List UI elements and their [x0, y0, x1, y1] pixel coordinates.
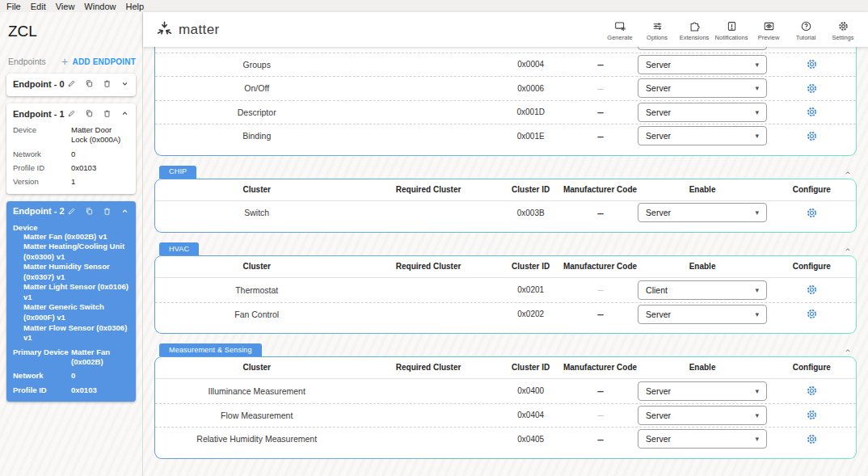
enable-select-relative-humidity-measurement[interactable]: Server ▾: [638, 429, 767, 449]
manufacturer-code: ---: [563, 386, 638, 395]
toolbar-action-tutorial[interactable]: Tutorial: [787, 19, 824, 41]
menu-window[interactable]: Window: [79, 2, 120, 11]
column-header-configure: Configure: [768, 185, 856, 194]
endpoint-field-value: Matter Fan (0x002B): [71, 348, 129, 368]
edit-pencil-icon[interactable]: [67, 207, 76, 216]
enable-select-descriptor[interactable]: Server ▾: [638, 103, 767, 122]
menu-help[interactable]: Help: [120, 2, 149, 11]
endpoint-field: Profile ID 0x0103: [13, 385, 129, 395]
configure-gear-on-off[interactable]: [806, 82, 818, 95]
app-title: ZCL: [0, 12, 142, 53]
collapse-chevron-icon[interactable]: [844, 347, 852, 356]
configure-gear-flow-measurement[interactable]: [806, 409, 818, 421]
cluster-id: 0x0202: [499, 310, 563, 318]
menu-file[interactable]: File: [2, 2, 26, 11]
endpoint-card-0[interactable]: Endpoint - 0: [6, 74, 136, 96]
configure-gear-descriptor[interactable]: [806, 106, 818, 118]
sidebar: ZCL Endpoints + ADD ENDPOINT Endpoint - …: [0, 12, 143, 476]
configure-gear-fan-control[interactable]: [806, 308, 818, 320]
table-header-row: ClusterRequired ClusterCluster IDManufac…: [155, 357, 856, 379]
cluster-row-relative-humidity-measurement: Relative Humidity Measurement 0x0405 ---…: [155, 427, 856, 451]
enable-select-flow-measurement[interactable]: Server ▾: [638, 406, 767, 425]
column-header-cluster: Cluster: [155, 185, 358, 194]
notifications-icon: [726, 20, 738, 32]
preview-icon: [763, 20, 775, 32]
add-endpoint-button[interactable]: + ADD ENDPOINT: [61, 57, 136, 66]
endpoint-field-value: 1: [71, 177, 129, 187]
enable-cell: Server ▾: [637, 203, 767, 222]
cluster-name: Fan Control: [155, 310, 358, 319]
enable-select-fan-control[interactable]: Server ▾: [638, 305, 767, 324]
endpoint-card-1[interactable]: Endpoint - 1 Device Matter Door Lock (0x…: [6, 103, 136, 194]
device-item: Matter Heating/Cooling Unit (0x0300) v1: [13, 242, 129, 262]
enable-select-value: Server: [646, 131, 671, 141]
collapse-chevron-icon[interactable]: [844, 246, 852, 255]
section-badge: HVAC: [159, 242, 199, 255]
column-header-manufacturer-code: Manufacturer Code: [563, 262, 638, 271]
configure-gear-binding[interactable]: [806, 130, 818, 142]
menu-view[interactable]: View: [51, 2, 80, 11]
copy-icon[interactable]: [85, 79, 94, 88]
expand-chevron-icon[interactable]: [120, 79, 129, 88]
toolbar-action-settings[interactable]: Settings: [824, 19, 862, 41]
enable-select-on-off[interactable]: Server ▾: [638, 78, 767, 98]
collapse-chevron-icon[interactable]: [120, 207, 129, 216]
enable-cell: Server ▾: [637, 429, 767, 449]
endpoint-field-label: Profile ID: [13, 385, 71, 395]
endpoint-card-header: Endpoint - 0: [13, 78, 129, 90]
toolbar-action-label: Preview: [758, 34, 780, 41]
enable-select-value: Server: [646, 386, 671, 396]
configure-gear-relative-humidity-measurement[interactable]: [806, 433, 818, 445]
cluster-section-scrolled: ▾ Groups 0x0004 --- Server ▾ On/Off 0x00…: [154, 47, 857, 156]
endpoint-name: Endpoint - 1: [13, 109, 65, 119]
endpoint-actions: [67, 207, 129, 216]
plus-icon: +: [61, 57, 68, 65]
configure-gear-illuminance-measurement[interactable]: [806, 385, 818, 397]
device-group: DeviceMatter Fan (0x002B) v1Matter Heati…: [13, 223, 129, 343]
cluster-table-border: ▾ Groups 0x0004 --- Server ▾ On/Off 0x00…: [154, 47, 857, 156]
enable-select-value: Client: [646, 285, 668, 295]
enable-select-binding[interactable]: Server ▾: [638, 126, 767, 145]
delete-trash-icon[interactable]: [103, 109, 112, 118]
enable-select-groups[interactable]: Server ▾: [638, 55, 767, 74]
cluster-table: ▾ Groups 0x0004 --- Server ▾ On/Off 0x00…: [155, 47, 856, 155]
toolbar-action-label: Settings: [832, 34, 853, 41]
configure-gear-switch[interactable]: [806, 207, 818, 219]
column-header-cluster: Cluster: [155, 262, 358, 271]
collapse-chevron-icon[interactable]: [120, 109, 129, 118]
enable-select-switch[interactable]: Server ▾: [638, 203, 767, 222]
configure-gear-thermostat[interactable]: [806, 284, 818, 296]
enable-select-illuminance-measurement[interactable]: Server ▾: [638, 381, 767, 401]
section-badge: Measurement & Sensing: [159, 343, 262, 356]
configure-gear-groups[interactable]: [806, 58, 818, 70]
cluster-section-chip: CHIP ClusterRequired ClusterCluster IDMa…: [154, 166, 857, 234]
copy-icon[interactable]: [85, 207, 94, 216]
toolbar-action-options[interactable]: Options: [638, 19, 676, 41]
enable-select-thermostat[interactable]: Client ▾: [638, 280, 767, 300]
endpoints-header: Endpoints + ADD ENDPOINT: [0, 57, 142, 66]
enable-cell: Server ▾: [637, 381, 767, 401]
collapse-chevron-icon[interactable]: [844, 169, 852, 179]
column-header-required-cluster: Required Cluster: [358, 185, 498, 194]
toolbar-action-label: Notifications: [715, 34, 748, 41]
edit-pencil-icon[interactable]: [67, 79, 76, 88]
toolbar-action-generate[interactable]: Generate: [601, 19, 638, 41]
manufacturer-code: ---: [563, 60, 638, 69]
toolbar-action-preview[interactable]: Preview: [750, 19, 787, 41]
copy-icon[interactable]: [85, 109, 94, 118]
matter-icon: [156, 21, 173, 38]
endpoint-actions: [67, 79, 129, 88]
delete-trash-icon[interactable]: [103, 207, 112, 216]
endpoint-field: Device Matter Door Lock (0x000A): [13, 125, 129, 145]
toolbar-action-extensions[interactable]: Extensions: [676, 19, 713, 41]
enable-select[interactable]: ▾: [638, 47, 767, 50]
delete-trash-icon[interactable]: [103, 79, 112, 88]
toolbar-action-notifications[interactable]: Notifications: [713, 19, 750, 41]
endpoint-card-2[interactable]: Endpoint - 2 DeviceMatter Fan (0x002B) v…: [6, 201, 136, 402]
endpoint-field-label: Network: [13, 371, 71, 381]
menu-edit[interactable]: Edit: [26, 2, 51, 11]
edit-pencil-icon[interactable]: [67, 109, 76, 118]
device-item: Matter Humidity Sensor (0x0307) v1: [13, 262, 129, 282]
device-item: Matter Flow Sensor (0x0306) v1: [13, 323, 129, 343]
brand-text: matter: [179, 22, 220, 38]
